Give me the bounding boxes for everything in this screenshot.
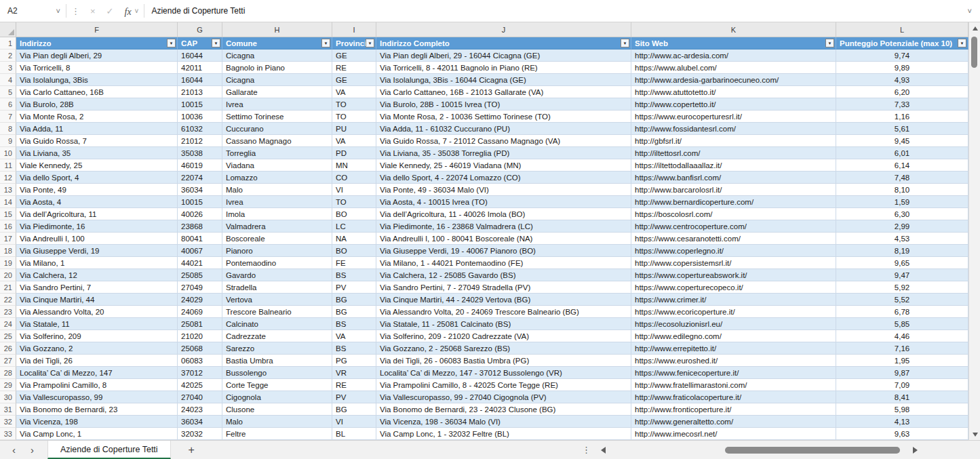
cell[interactable]: 46019 (178, 159, 222, 172)
cell[interactable]: 7,48 (836, 172, 968, 184)
row-header[interactable]: 14 (0, 196, 16, 208)
cell[interactable]: Via Liviana, 35 - 35038 Torreglia (PD) (376, 147, 631, 159)
cell[interactable]: Via Solferino, 209 (16, 330, 178, 342)
cell[interactable]: Via Monte Rosa, 2 (16, 111, 178, 123)
cell[interactable]: http://www.generaltetto.com/ (631, 416, 836, 428)
cell[interactable]: RE (332, 62, 376, 74)
formula-bar-grip-icon[interactable]: ⋮ (66, 0, 85, 22)
cell[interactable]: Via Guido Rossa, 7 (16, 135, 178, 147)
cell[interactable]: Lomazzo (222, 172, 332, 184)
cell[interactable]: Imola (222, 208, 332, 220)
cell[interactable]: 80041 (178, 233, 222, 245)
cell[interactable]: Via Camp Lonc, 1 - 32032 Feltre (BL) (376, 428, 631, 440)
cell[interactable]: Via Isolalunga, 3Bis - 16044 Cicagna (GE… (376, 74, 631, 86)
cell[interactable]: https://www.copertureabswork.it/ (631, 269, 836, 281)
next-sheet-icon[interactable]: › (31, 445, 34, 455)
cell[interactable]: Via Guido Rossa, 7 - 21012 Cassano Magna… (376, 135, 631, 147)
cell[interactable]: 1,95 (836, 355, 968, 367)
cell[interactable]: Malo (222, 416, 332, 428)
cell[interactable]: 8,10 (836, 184, 968, 196)
filter-button[interactable]: ▼ (366, 39, 374, 47)
cell[interactable]: 61032 (178, 123, 222, 135)
cell[interactable]: Via dei Tigli, 26 - 06083 Bastia Umbra (… (376, 355, 631, 367)
cell[interactable]: GE (332, 49, 376, 62)
cell[interactable]: Sarezzo (222, 342, 332, 355)
cell[interactable]: http://gbfsrl.it/ (631, 135, 836, 147)
row-header[interactable]: 6 (0, 98, 16, 111)
filter-button[interactable]: ▼ (212, 39, 220, 47)
cell[interactable]: BG (332, 294, 376, 306)
cell[interactable]: 06083 (178, 355, 222, 367)
cell[interactable]: Via Calchera, 12 - 25085 Gavardo (BS) (376, 269, 631, 281)
cell[interactable]: Clusone (222, 403, 332, 416)
cell[interactable]: Via Solferino, 209 - 21020 Cadrezzate (V… (376, 330, 631, 342)
cell[interactable]: BL (332, 428, 376, 440)
cell[interactable]: http://www.ardesia-garbarinoecuneo.com/ (631, 74, 836, 86)
row-header[interactable]: 17 (0, 233, 16, 245)
cell[interactable]: Via Torricelli, 8 (16, 62, 178, 74)
cell[interactable]: 8,41 (836, 391, 968, 403)
cell[interactable]: 16044 (178, 49, 222, 62)
row-header[interactable]: 18 (0, 245, 16, 257)
cell[interactable]: 1,59 (836, 196, 968, 208)
row-header[interactable]: 15 (0, 208, 16, 220)
cell[interactable]: 7,09 (836, 379, 968, 391)
cell[interactable]: 40067 (178, 245, 222, 257)
row-header[interactable]: 4 (0, 74, 16, 86)
cell[interactable]: Via Aosta, 4 (16, 196, 178, 208)
cell[interactable]: GE (332, 74, 376, 86)
cell[interactable]: Cadrezzate (222, 330, 332, 342)
cell[interactable]: Via dello Sport, 4 (16, 172, 178, 184)
cell[interactable]: Cassano Magnago (222, 135, 332, 147)
cell[interactable]: Via Vicenza, 198 - 36034 Malo (VI) (376, 416, 631, 428)
cell[interactable]: Via Carlo Cattaneo, 16B - 21013 Gallarat… (376, 86, 631, 98)
cell[interactable]: PU (332, 123, 376, 135)
cell[interactable]: http://www.edilegno.com/ (631, 330, 836, 342)
cell[interactable]: Via Sandro Pertini, 7 - 27049 Stradella … (376, 281, 631, 294)
cell[interactable]: http://www.fossidantesrl.com/ (631, 123, 836, 135)
cell[interactable]: https://www.fenicecoperture.it/ (631, 367, 836, 379)
cell[interactable]: 10015 (178, 196, 222, 208)
cell[interactable]: Trescore Balneario (222, 306, 332, 318)
cell[interactable]: 4,13 (836, 416, 968, 428)
cell[interactable]: BS (332, 269, 376, 281)
cell[interactable]: 24029 (178, 294, 222, 306)
cell[interactable]: http://www.imecosrl.net/ (631, 428, 836, 440)
formula-input[interactable]: Aziende di Coperture Tetti (144, 0, 959, 22)
cell[interactable]: Via Sandro Pertini, 7 (16, 281, 178, 294)
cell[interactable]: http://www.copersistemsrl.it/ (631, 257, 836, 269)
cell[interactable]: Via Adda, 11 - 61032 Cuccurano (PU) (376, 123, 631, 135)
chevron-down-icon[interactable]: ˅ (56, 7, 60, 15)
cell[interactable]: http://www.barcarolosrl.it/ (631, 184, 836, 196)
cell[interactable]: 25085 (178, 269, 222, 281)
cell[interactable]: Via Gozzano, 2 (16, 342, 178, 355)
row-header[interactable]: 21 (0, 281, 16, 294)
cell[interactable]: Via Bonomo de Bernardi, 23 (16, 403, 178, 416)
row-header[interactable]: 32 (0, 416, 16, 428)
row-header[interactable]: 10 (0, 147, 16, 159)
cell[interactable]: Gallarate (222, 86, 332, 98)
cell[interactable]: Ivrea (222, 98, 332, 111)
cell[interactable]: VI (332, 184, 376, 196)
chevron-down-icon[interactable]: ˅ (134, 0, 144, 22)
cell[interactable]: NA (332, 233, 376, 245)
previous-sheet-icon[interactable]: ‹ (12, 445, 16, 455)
cell[interactable]: Via dell’Agricoltura, 11 - 40026 Imola (… (376, 208, 631, 220)
vertical-scroll-track[interactable] (969, 34, 980, 428)
cell[interactable]: Via Pian degli Alberi, 29 - 16044 Cicagn… (376, 49, 631, 62)
cell[interactable]: BO (332, 208, 376, 220)
cell[interactable]: http://www.ac-ardesia.com/ (631, 49, 836, 62)
vertical-scrollbar[interactable] (968, 22, 980, 440)
cell[interactable]: 25081 (178, 318, 222, 330)
cell[interactable]: https://iltettodallaaallaz.it/ (631, 159, 836, 172)
cell[interactable]: Bagnolo in Piano (222, 62, 332, 74)
cell[interactable]: 21013 (178, 86, 222, 98)
cell[interactable]: https://www.cesaranotetti.com/ (631, 233, 836, 245)
header-cell[interactable]: Provincia▼ (332, 37, 376, 49)
cell[interactable]: Via Calchera, 12 (16, 269, 178, 281)
cell[interactable]: Via Piedimonte, 16 - 23868 Valmadrera (L… (376, 220, 631, 233)
row-header[interactable]: 26 (0, 342, 16, 355)
select-all-corner[interactable] (0, 22, 16, 37)
row-header[interactable]: 11 (0, 159, 16, 172)
cell[interactable]: Cigognola (222, 391, 332, 403)
